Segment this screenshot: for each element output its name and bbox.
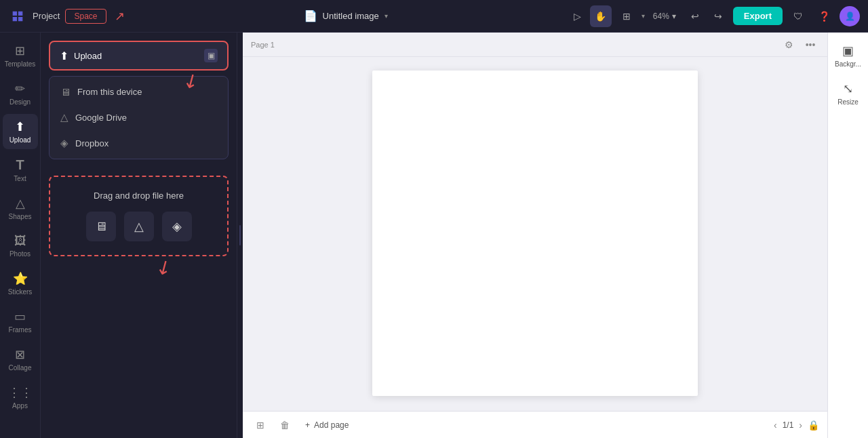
upload-button[interactable]: ⬆ Upload ▣ xyxy=(49,41,229,71)
design-label: Design xyxy=(9,98,31,106)
upload-btn-icon: ⬆ xyxy=(60,49,68,62)
lock-button[interactable]: 🔒 xyxy=(808,420,819,431)
zoom-chevron-icon: ▾ xyxy=(672,12,676,21)
photos-icon: 🖼 xyxy=(14,234,26,248)
header-right: Export 🛡 ❓ 👤 xyxy=(733,6,860,26)
sidebar-item-design[interactable]: ✏ Design xyxy=(3,76,38,111)
dropdown-item-google-drive[interactable]: △ Google Drive xyxy=(50,104,228,130)
upload-dropdown-menu: 🖥 From this device △ Google Drive ◈ Drop… xyxy=(49,76,229,159)
canvas-area: Page 1 ⚙ ••• ⊞ 🗑 + Add page ‹ xyxy=(243,33,827,438)
doc-icon: 📄 xyxy=(304,9,317,22)
sidebar-item-upload[interactable]: ⬆ Upload xyxy=(3,114,38,149)
text-label: Text xyxy=(14,175,26,182)
dropdown-item-device[interactable]: 🖥 From this device xyxy=(50,79,228,104)
google-drive-label: Google Drive xyxy=(75,113,127,123)
layout-chevron-icon[interactable]: ▾ xyxy=(642,12,645,20)
device-icon: 🖥 xyxy=(60,86,71,98)
top-header: Project Space ↗ 📄 Untitled image ▾ ▷ ✋ ⊞… xyxy=(0,0,868,33)
frames-label: Frames xyxy=(9,326,32,334)
drag-drop-area[interactable]: Drag and drop file here 🖥 △ ◈ xyxy=(49,176,229,256)
dropbox-icon: ◈ xyxy=(60,137,68,149)
add-page-icon: + xyxy=(305,420,310,430)
sidebar-item-stickers[interactable]: ⭐ Stickers xyxy=(3,266,38,301)
resize-button[interactable]: ⤡ Resize xyxy=(831,76,866,111)
canvas-more-button[interactable]: ••• xyxy=(802,36,819,54)
shapes-icon: △ xyxy=(16,196,25,211)
canvas-toolbar: Page 1 ⚙ ••• xyxy=(243,33,827,57)
background-button[interactable]: ▣ Backgr... xyxy=(831,38,866,73)
thumbnail-view-button[interactable]: ⊞ xyxy=(251,416,270,435)
page-count: 1/1 xyxy=(783,420,794,430)
sidebar-item-shapes[interactable]: △ Shapes xyxy=(3,191,38,226)
space-button[interactable]: Space xyxy=(65,9,106,24)
google-drive-icon: △ xyxy=(60,111,68,123)
zoom-level: 64% xyxy=(653,12,669,21)
export-button[interactable]: Export xyxy=(733,7,783,25)
select-tool-button[interactable]: ▷ xyxy=(567,5,589,27)
frames-icon: ▭ xyxy=(14,309,26,324)
collage-icon: ⊠ xyxy=(15,347,25,362)
panel-resize-handle[interactable] xyxy=(237,33,243,438)
canvas-settings-button[interactable]: ⚙ xyxy=(780,36,797,54)
canvas-toolbar-right: ⚙ ••• xyxy=(780,36,819,54)
upload-icon: ⬆ xyxy=(15,119,25,134)
device-upload-icon-btn[interactable]: 🖥 xyxy=(86,212,116,241)
project-label: Project xyxy=(33,11,60,21)
logo-icon xyxy=(10,9,25,24)
templates-label: Templates xyxy=(5,60,36,68)
right-sidebar: ▣ Backgr... ⤡ Resize xyxy=(827,33,868,438)
bottom-left: ⊞ 🗑 + Add page xyxy=(251,416,354,435)
delete-page-button[interactable]: 🗑 xyxy=(275,416,294,435)
resize-icon: ⤡ xyxy=(843,81,853,96)
bottom-right: ‹ 1/1 › 🔒 xyxy=(774,420,819,431)
dropbox-label: Dropbox xyxy=(75,138,108,148)
sidebar-item-collage[interactable]: ⊠ Collage xyxy=(3,342,38,377)
sidebar-item-photos[interactable]: 🖼 Photos xyxy=(3,228,38,263)
shield-icon-btn[interactable]: 🛡 xyxy=(788,6,808,26)
canvas-viewport[interactable] xyxy=(243,57,827,411)
header-center: 📄 Untitled image ▾ xyxy=(304,9,388,22)
upload-btn-label: Upload xyxy=(74,51,102,61)
logo[interactable] xyxy=(8,7,27,26)
upload-panel: ⬆ Upload ▣ ↙ 🖥 From this device △ Google… xyxy=(41,33,237,438)
undo-button[interactable]: ↩ xyxy=(684,5,706,27)
header-left: Project Space ↗ xyxy=(8,7,125,26)
sidebar-item-text[interactable]: T Text xyxy=(3,152,38,188)
user-avatar[interactable]: 👤 xyxy=(840,6,860,26)
sidebar-item-templates[interactable]: ⊞ Templates xyxy=(3,38,38,73)
layout-tool-button[interactable]: ⊞ xyxy=(616,5,637,27)
zoom-button[interactable]: 64% ▾ xyxy=(649,9,680,24)
prev-page-button[interactable]: ‹ xyxy=(774,420,777,431)
background-icon: ▣ xyxy=(842,43,854,58)
icon-bar: ⊞ Templates ✏ Design ⬆ Upload T Text △ S… xyxy=(0,33,41,438)
sidebar-item-frames[interactable]: ▭ Frames xyxy=(3,304,38,339)
upload-label: Upload xyxy=(9,136,31,144)
bottom-bar: ⊞ 🗑 + Add page ‹ 1/1 › 🔒 xyxy=(243,411,827,438)
sidebar-item-apps[interactable]: ⋮⋮ Apps xyxy=(3,380,38,415)
main-area: ⊞ Templates ✏ Design ⬆ Upload T Text △ S… xyxy=(0,33,868,438)
page-nav: ‹ 1/1 › xyxy=(774,420,802,431)
text-icon: T xyxy=(16,157,24,173)
background-label: Backgr... xyxy=(835,60,861,68)
dropdown-item-dropbox[interactable]: ◈ Dropbox xyxy=(50,130,228,156)
hand-tool-button[interactable]: ✋ xyxy=(590,5,612,27)
arrow-to-dragdrop: ↙ xyxy=(151,254,176,281)
title-chevron-icon[interactable]: ▾ xyxy=(384,12,388,20)
dropbox-upload-icon-btn[interactable]: ◈ xyxy=(162,212,192,241)
shapes-label: Shapes xyxy=(9,213,32,220)
help-icon-btn[interactable]: ❓ xyxy=(814,6,834,26)
stickers-icon: ⭐ xyxy=(13,271,28,286)
redo-button[interactable]: ↪ xyxy=(707,5,729,27)
upload-dropdown-toggle[interactable]: ▣ xyxy=(204,49,218,62)
templates-icon: ⊞ xyxy=(15,43,25,58)
google-drive-upload-icon-btn[interactable]: △ xyxy=(124,212,154,241)
apps-label: Apps xyxy=(12,402,28,410)
next-page-button[interactable]: › xyxy=(799,420,802,431)
add-page-button[interactable]: + Add page xyxy=(300,418,354,433)
apps-icon: ⋮⋮ xyxy=(8,385,33,400)
design-icon: ✏ xyxy=(15,81,25,96)
drag-drop-icons: 🖥 △ ◈ xyxy=(86,212,192,241)
header-tools: ▷ ✋ ⊞ ▾ 64% ▾ ↩ ↪ Export 🛡 ❓ 👤 xyxy=(567,5,860,27)
collage-label: Collage xyxy=(9,364,32,372)
undo-redo-group: ↩ ↪ xyxy=(684,5,729,27)
